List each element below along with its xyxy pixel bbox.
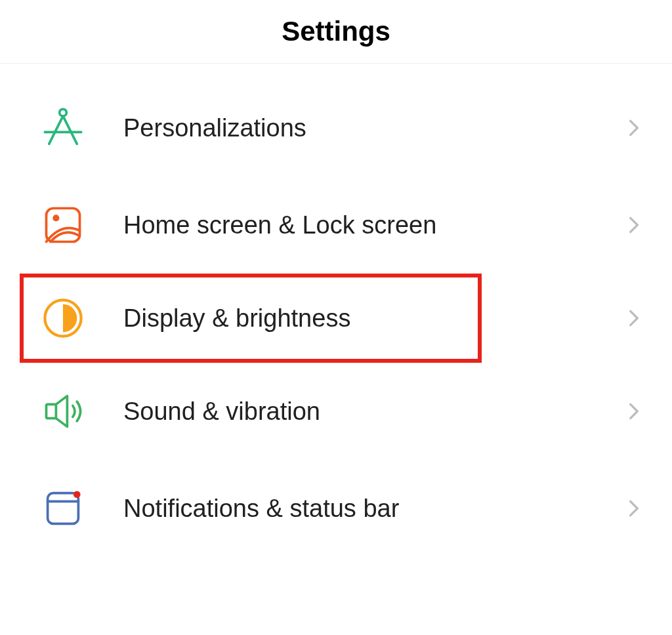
chevron-right-icon: [623, 401, 644, 422]
settings-item-label: Personalizations: [123, 114, 631, 142]
settings-row-personalizations[interactable]: Personalizations: [0, 79, 672, 176]
page-header: Settings: [0, 0, 672, 64]
chevron-right-icon: [623, 498, 644, 519]
settings-row-display-brightness[interactable]: Display & brightness: [0, 274, 672, 363]
settings-list: Personalizations Home screen & Lock scre…: [0, 64, 672, 557]
highlight-box: Display & brightness: [20, 274, 482, 363]
chevron-right-icon: [623, 215, 644, 236]
notification-panel-icon: [41, 486, 85, 531]
compass-icon: [41, 106, 85, 150]
settings-row-home-lock-screen[interactable]: Home screen & Lock screen: [0, 176, 672, 274]
svg-point-5: [54, 216, 58, 220]
settings-item-label: Sound & vibration: [123, 398, 631, 426]
settings-row-notifications-status-bar[interactable]: Notifications & status bar: [0, 460, 672, 557]
settings-item-label: Notifications & status bar: [123, 495, 631, 523]
page-title: Settings: [0, 16, 672, 47]
svg-rect-8: [48, 493, 79, 524]
settings-item-label: Display & brightness: [123, 304, 461, 333]
svg-line-1: [49, 116, 63, 144]
svg-rect-7: [47, 404, 56, 418]
speaker-icon: [41, 389, 85, 434]
brightness-icon: [41, 296, 85, 340]
chevron-right-icon: [623, 117, 644, 138]
wallpaper-icon: [41, 203, 85, 247]
settings-item-label: Home screen & Lock screen: [123, 211, 631, 239]
svg-line-2: [63, 116, 77, 144]
settings-row-sound-vibration[interactable]: Sound & vibration: [0, 363, 672, 460]
chevron-right-icon: [623, 308, 644, 329]
svg-point-10: [74, 491, 81, 498]
